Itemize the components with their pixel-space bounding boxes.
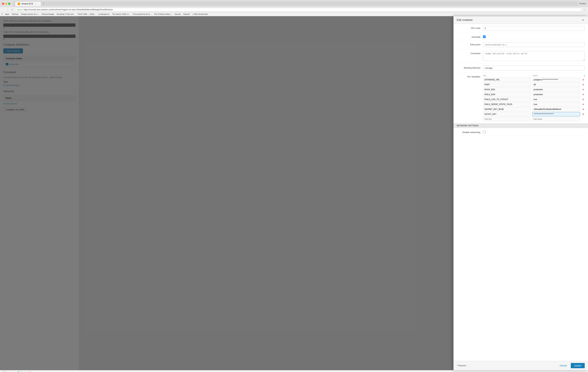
command-content: ℹ <box>483 51 585 62</box>
globe-icon: 🌐 <box>17 371 20 372</box>
env-value-input[interactable] <box>532 102 580 106</box>
env-value-input[interactable] <box>532 83 580 87</box>
env-item: ✕ <box>483 78 585 82</box>
chat-icon: 💬 <box>3 371 5 372</box>
browser-tab[interactable]: Amazon ECS × <box>15 1 41 6</box>
command-input[interactable] <box>483 51 585 61</box>
env-variables-content: Key Value ℹ ✕✕✕✕✕✕✕✕ <box>483 74 585 121</box>
url-text: https://console.aws.amazon.com/ecs/home?… <box>24 9 113 11</box>
url-bar[interactable]: Secure https://console.aws.amazon.com/ec… <box>15 8 582 11</box>
env-remove-button[interactable]: ✕ <box>581 98 585 101</box>
essential-content: ℹ <box>483 35 585 38</box>
env-variables-row: Env Variables Key Value ℹ ✕✕✕✕✕✕✕✕ <box>457 72 585 123</box>
bookmarks-bar: ⊞ Apps Startups Design lessons for e... … <box>0 12 588 16</box>
bookmark-scratchpad[interactable]: scratchpad.io/ <box>97 13 110 15</box>
new-tab-button[interactable]: + <box>41 1 46 6</box>
entry-point-label: Entry point <box>457 42 483 46</box>
nav-bar: ‹ › ↻ Secure https://console.aws.amazon.… <box>0 7 588 12</box>
env-key-input[interactable] <box>483 87 531 92</box>
env-remove-button[interactable]: ✕ <box>581 88 585 91</box>
env-remove-button[interactable]: ✕ <box>581 93 585 96</box>
bookmark-startups[interactable]: Startups <box>11 13 20 15</box>
env-value-input[interactable] <box>532 107 580 111</box>
back-button[interactable]: ‹ <box>1 8 5 11</box>
bookmark-secrets[interactable]: Secrets <box>174 13 182 15</box>
bookmark-pens[interactable]: Pens picked by the E... <box>132 13 152 15</box>
close-window-button[interactable] <box>2 3 4 5</box>
maximize-window-button[interactable] <box>8 3 10 5</box>
env-add-value-input[interactable] <box>532 117 579 121</box>
env-key-input[interactable] <box>483 83 531 87</box>
env-variables-header: Key Value ℹ <box>483 74 585 77</box>
env-info-icon[interactable]: ℹ <box>584 74 585 77</box>
env-items-container: ✕✕✕✕✕✕✕✕ <box>483 78 585 116</box>
browser-chrome: Amazon ECS × + Bradley ‹ › ↻ Secure http… <box>0 0 588 16</box>
env-add-row <box>483 117 585 121</box>
working-dir-row: Working directory ℹ <box>457 64 585 72</box>
bookmark-design[interactable]: Design lessons for e... <box>20 13 40 15</box>
env-remove-button[interactable]: ✕ <box>581 113 585 116</box>
env-value-header: Value <box>533 74 581 77</box>
env-value-input[interactable] <box>532 92 580 97</box>
bookmark-button[interactable]: ☆ <box>583 8 587 11</box>
language-button[interactable]: 🌐 English (US) <box>17 371 32 372</box>
modal-body: CPU units ℹ Essential ℹ Entry point <box>453 24 588 361</box>
user-name: Bradley <box>579 2 586 5</box>
feedback-button[interactable]: 💬 Feedback <box>3 371 15 372</box>
env-remove-button[interactable]: ✕ <box>581 108 585 111</box>
disable-networking-checkbox-row <box>483 130 585 133</box>
required-text: * Required <box>457 364 466 367</box>
cancel-button[interactable]: Cancel <box>558 363 569 368</box>
tab-close-button[interactable]: × <box>34 3 37 5</box>
update-button[interactable]: Update <box>571 363 585 368</box>
network-settings-header: NETWORK SETTINGS <box>453 123 588 128</box>
main-content: Task memory maximum allocation for conta… <box>0 16 588 370</box>
entry-point-input[interactable] <box>483 42 585 47</box>
bottom-bar: 💬 Feedback 🌐 English (US) <box>0 370 588 372</box>
cpu-units-input[interactable] <box>483 26 585 31</box>
env-remove-button[interactable]: ✕ <box>581 78 585 81</box>
bookmark-repeat[interactable]: Repeat! <box>182 13 191 15</box>
env-key-input[interactable] <box>483 107 531 111</box>
bookmark-most[interactable]: The 10 Most Underu... <box>153 13 173 15</box>
command-row: Command ℹ <box>457 49 585 64</box>
secure-indicator: Secure <box>17 9 23 11</box>
modal-close-button[interactable]: ✕ <box>581 18 585 22</box>
minimize-window-button[interactable] <box>5 3 7 5</box>
bookmark-hacker[interactable]: The Hacker Shelf | C... <box>111 13 131 15</box>
cpu-units-content: ℹ <box>483 26 585 31</box>
bookmark-selector[interactable]: SelectorGadget <box>41 13 55 15</box>
essential-row: Essential ℹ <box>457 33 585 40</box>
disable-networking-row: Disable networking ℹ <box>457 128 585 136</box>
env-item: ✕ <box>483 83 585 87</box>
env-key-input[interactable] <box>483 112 531 116</box>
bookmark-apps[interactable]: Apps <box>4 13 10 15</box>
entry-point-content: ℹ <box>483 42 585 47</box>
env-remove-button[interactable]: ✕ <box>581 83 585 86</box>
disable-networking-checkbox[interactable] <box>483 131 486 133</box>
disable-networking-label: Disable networking <box>457 130 483 134</box>
working-dir-input[interactable] <box>483 66 585 70</box>
bookmark-think[interactable]: Think Traffic — Build... <box>76 13 96 15</box>
env-item: ✕ <box>483 107 585 111</box>
refresh-button[interactable]: ↻ <box>10 8 14 11</box>
disable-networking-content: ℹ <box>483 130 585 133</box>
bookmark-other[interactable]: » Other Bookmarks <box>191 13 209 15</box>
env-key-input[interactable] <box>483 78 531 82</box>
essential-checkbox[interactable] <box>483 35 486 38</box>
env-key-input[interactable] <box>483 97 531 102</box>
env-value-input[interactable] <box>532 78 580 82</box>
forward-button[interactable]: › <box>6 8 10 11</box>
tab-bar: Amazon ECS × + <box>13 1 578 6</box>
bookmark-bootstrap[interactable]: Bootstrap 3 Tips and... <box>56 13 76 15</box>
env-value-input[interactable] <box>532 87 580 92</box>
env-item: ✕ <box>483 87 585 92</box>
env-value-input[interactable] <box>532 112 580 116</box>
env-remove-button[interactable]: ✕ <box>581 103 585 106</box>
env-key-input[interactable] <box>483 102 531 106</box>
env-item: ✕ <box>483 112 585 116</box>
env-add-key-input[interactable] <box>483 117 531 121</box>
env-value-input[interactable] <box>532 97 580 102</box>
tab-title: Amazon ECS <box>21 3 33 5</box>
env-key-input[interactable] <box>483 92 531 97</box>
